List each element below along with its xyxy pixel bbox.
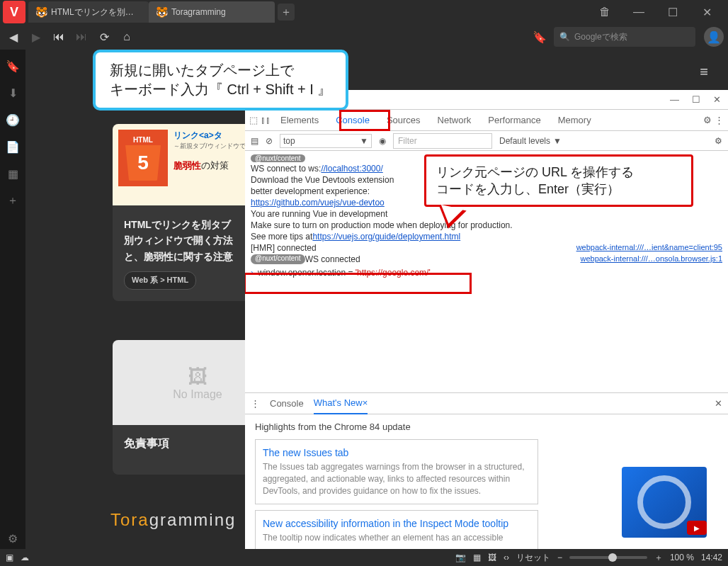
image-toggle-icon[interactable]: 🖼: [488, 553, 496, 562]
home-button[interactable]: ⌂: [118, 28, 136, 46]
devtools-tabs: ⬚ ⫿⫿ Elements Console Sources Network Pe…: [245, 110, 728, 131]
console-source-link[interactable]: webpack-internal:///…ient&name=client:95: [576, 243, 722, 253]
drawer-body: Highlights from the Chrome 84 update The…: [245, 414, 728, 549]
minimize-icon[interactable]: —: [670, 94, 679, 105]
close-button[interactable]: ✕: [691, 1, 722, 23]
settings-icon[interactable]: ⚙: [703, 115, 712, 125]
article-tag[interactable]: Web 系 > HTML: [124, 271, 196, 290]
zoom-thumb[interactable]: [608, 553, 617, 562]
rewind-button[interactable]: ⏮: [50, 28, 68, 46]
play-icon[interactable]: ▶: [687, 521, 707, 535]
more-icon[interactable]: ⋮: [715, 115, 724, 125]
console-input-row[interactable]: › window.opener.location = 'https://goog…: [251, 268, 722, 278]
statusbar: ▣ ☁ 📷 ▦ 🖼 ‹› リセット − ＋ 100 % 14:42: [0, 549, 728, 566]
more-icon[interactable]: ⋮: [251, 398, 260, 409]
history-panel-icon[interactable]: 🕘: [0, 109, 25, 130]
tab-console[interactable]: Console: [329, 110, 377, 131]
eye-icon[interactable]: ◉: [379, 136, 386, 146]
tab-sources[interactable]: Sources: [380, 110, 428, 131]
console-input-code: window.opener.location =: [258, 268, 356, 278]
console-badge: @nuxt/content: [251, 154, 305, 162]
console-input[interactable]: window.opener.location = 'https://google…: [258, 268, 431, 278]
drawer-close-icon[interactable]: ✕: [715, 398, 722, 409]
picture-icon: 🖼: [188, 365, 207, 388]
bookmarks-panel-icon[interactable]: 🔖: [0, 55, 25, 77]
window-controls: 🗑 — ☐ ✕: [589, 1, 728, 23]
zoom-reset-button[interactable]: リセット: [516, 552, 550, 564]
tab-inactive[interactable]: 🐯 HTMLでリンクを別タブ・別ウィ: [28, 1, 149, 23]
tab-elements[interactable]: Elements: [273, 110, 326, 131]
callout-line: キーボード入力『 Ctrl + Shift + I 』: [110, 80, 331, 99]
close-icon[interactable]: ✕: [713, 94, 721, 105]
sync-icon[interactable]: ☁: [21, 553, 29, 562]
console-text: Make sure to turn on production mode whe…: [251, 220, 513, 230]
callout-line: リンク元ページの URL を操作する: [436, 164, 681, 181]
address-bar[interactable]: [140, 28, 525, 46]
search-input[interactable]: 🔍 Googleで検索: [554, 27, 695, 47]
console-link[interactable]: https://vuejs.org/guide/deployment.html: [312, 232, 460, 242]
panel-toggle-icon[interactable]: ▣: [6, 553, 13, 562]
settings-icon[interactable]: ⚙: [0, 528, 25, 549]
hamburger-icon[interactable]: ≡: [700, 64, 708, 80]
drawer-tabs: ⋮ Console What's New × ✕: [245, 393, 728, 414]
tiling-icon[interactable]: ▦: [473, 553, 481, 562]
console-text: better development experience:: [251, 186, 370, 196]
hero-sub-text: ～新規タブ/ウィンドウで開: [174, 142, 252, 151]
badge-number: 5: [125, 145, 161, 181]
downloads-panel-icon[interactable]: ⬇: [0, 82, 25, 103]
maximize-icon[interactable]: ☐: [692, 94, 700, 105]
console-text: You are running Vue in development: [251, 209, 387, 219]
add-panel-icon[interactable]: ＋: [0, 190, 25, 211]
settings-icon[interactable]: ⚙: [715, 136, 722, 146]
trash-icon[interactable]: 🗑: [589, 1, 620, 23]
drawer-tab-whatsnew[interactable]: What's New ×: [314, 393, 368, 414]
maximize-button[interactable]: ☐: [657, 1, 688, 23]
forward-button[interactable]: ▶: [27, 28, 45, 46]
filter-input[interactable]: Filter: [393, 133, 492, 149]
badge-label: HTML: [133, 136, 153, 144]
page-actions-icon[interactable]: ‹›: [504, 553, 509, 562]
zoom-out-button[interactable]: −: [557, 553, 562, 562]
console-input-string: 'https://google.com/': [356, 268, 431, 278]
console-source-link[interactable]: webpack-internal:///…onsola.browser.js:1: [580, 254, 722, 264]
zoom-slider[interactable]: [569, 556, 647, 559]
tab-title: HTMLでリンクを別タブ・別ウィ: [51, 6, 142, 18]
drawer-tab-console[interactable]: Console: [270, 398, 304, 409]
clear-icon[interactable]: ⊘: [266, 136, 273, 146]
bookmark-icon[interactable]: 🔖: [530, 27, 550, 47]
capture-icon[interactable]: 📷: [455, 553, 466, 562]
tab-performance[interactable]: Performance: [481, 110, 547, 131]
levels-select[interactable]: Default levels ▼: [499, 136, 562, 146]
device-icon[interactable]: ⫿⫿: [261, 115, 271, 125]
inspect-icon[interactable]: ⬚: [249, 115, 258, 125]
sidebar-toggle-icon[interactable]: ▤: [251, 136, 258, 146]
new-tab-button[interactable]: ＋: [278, 4, 295, 21]
profile-avatar[interactable]: 👤: [704, 27, 724, 47]
reload-button[interactable]: ⟳: [95, 28, 113, 46]
tab-network[interactable]: Network: [431, 110, 479, 131]
window-panel-icon[interactable]: ▦: [0, 163, 25, 184]
context-select[interactable]: top▼: [280, 134, 372, 148]
hero-warn-rest: の対策: [201, 160, 229, 171]
back-button[interactable]: ◀: [4, 28, 23, 46]
tab-memory[interactable]: Memory: [551, 110, 598, 131]
whatsnew-card[interactable]: The new Issues tab The Issues tab aggreg…: [255, 439, 538, 504]
hero-warning: 脆弱性の対策: [174, 159, 252, 172]
search-placeholder: Googleで検索: [574, 31, 627, 43]
zoom-in-button[interactable]: ＋: [654, 552, 663, 564]
favicon-icon: 🐯: [35, 6, 47, 18]
console-link[interactable]: https://github.com/vuejs/vue-devtoo: [251, 198, 385, 208]
tab-active[interactable]: 🐯 Toragramming: [149, 1, 275, 23]
notes-panel-icon[interactable]: 📄: [0, 136, 25, 157]
vivaldi-logo[interactable]: V: [3, 1, 25, 23]
whatsnew-card-body: The tooltip now indicates whether an ele…: [263, 532, 530, 544]
callout-code: リンク元ページの URL を操作する コードを入力し、Enter（実行）: [424, 154, 693, 207]
close-icon[interactable]: ×: [363, 397, 368, 408]
brand-rest: gramming: [149, 510, 237, 529]
whatsnew-card[interactable]: New accessibility information in the Ins…: [255, 510, 538, 549]
html5-badge-icon: HTML 5: [118, 130, 168, 186]
console-link[interactable]: //localhost:3000/: [321, 164, 382, 174]
fastforward-button[interactable]: ⏭: [72, 28, 91, 46]
minimize-button[interactable]: —: [623, 1, 654, 23]
console-badge: @nuxt/content: [251, 254, 305, 264]
